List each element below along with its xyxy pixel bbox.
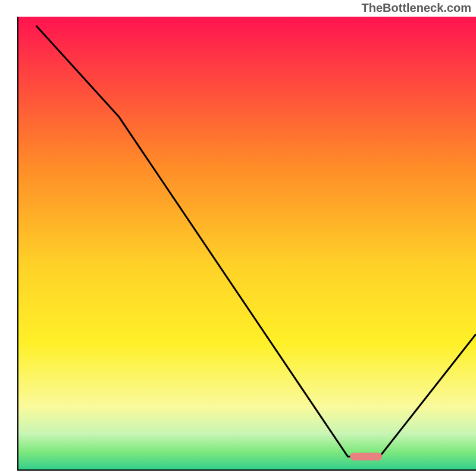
chart-background [18, 17, 476, 470]
optimal-range-marker [350, 453, 382, 461]
bottleneck-chart: TheBottleneck.com [0, 0, 476, 476]
watermark-text: TheBottleneck.com [362, 1, 471, 15]
chart-svg [0, 0, 476, 476]
